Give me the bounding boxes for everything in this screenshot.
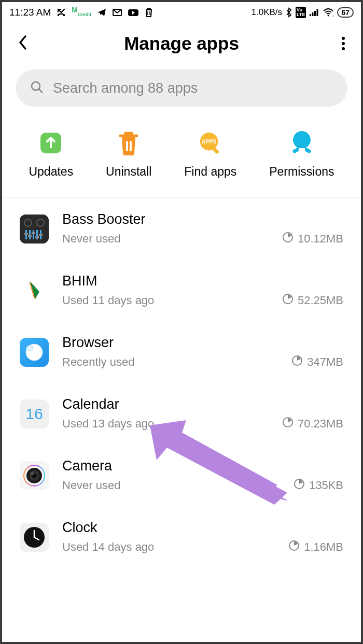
app-row-clock[interactable]: Clock Used 14 days ago 1.16MB <box>12 506 351 560</box>
app-usage: Recently used <box>62 355 134 369</box>
svg-point-10 <box>342 47 345 50</box>
svg-rect-29 <box>28 235 32 237</box>
svg-rect-19 <box>299 148 305 153</box>
app-size: 1.16MB <box>304 540 343 554</box>
uninstall-label: Uninstall <box>106 165 151 179</box>
permissions-icon <box>289 131 314 155</box>
camera-icon <box>20 461 49 490</box>
svg-rect-25 <box>33 230 34 239</box>
svg-point-44 <box>31 472 34 475</box>
app-row-browser[interactable]: Browser Recently used 347MB <box>12 321 351 383</box>
storage-icon <box>291 355 303 369</box>
svg-text:¡: ¡ <box>332 13 333 17</box>
more-button[interactable] <box>330 36 345 51</box>
bass-booster-icon <box>20 214 49 244</box>
page-title: Manage apps <box>33 33 330 54</box>
app-row-camera[interactable]: Camera Never used 135KB <box>12 445 351 506</box>
storage-icon <box>282 417 294 431</box>
volte-icon: VoLTE <box>296 7 306 18</box>
app-size: 10.12MB <box>298 232 343 246</box>
wifi-icon: ¡ <box>323 8 334 17</box>
telegram-icon <box>96 7 107 18</box>
storage-icon <box>282 293 294 308</box>
svg-rect-13 <box>126 141 128 151</box>
updates-icon <box>38 131 63 155</box>
status-network-speed: 1.0KB/s <box>252 7 283 18</box>
app-usage: Used 11 days ago <box>62 294 154 307</box>
calendar-icon: 16 <box>20 399 49 428</box>
app-size: 70.23MB <box>298 417 343 431</box>
status-bar: 11:23 AM MCredit 1.0KB/s VoLTE ¡ 67 <box>2 2 361 21</box>
bhim-icon <box>20 276 49 305</box>
svg-point-18 <box>293 131 311 149</box>
app-row-calendar[interactable]: 16 Calendar Used 13 days ago 70.23MB <box>12 383 351 445</box>
back-button[interactable] <box>18 34 33 53</box>
app-size: 135KB <box>309 479 343 492</box>
app-size: 347MB <box>307 355 343 369</box>
find-apps-label: Find apps <box>184 165 236 179</box>
svg-text:APPS: APPS <box>202 138 217 145</box>
app-name: Bass Booster <box>62 211 343 227</box>
storage-icon <box>282 232 294 246</box>
svg-rect-24 <box>29 230 31 239</box>
app-name: Camera <box>62 458 343 474</box>
missed-call-icon <box>56 7 66 18</box>
uninstall-icon <box>116 131 141 155</box>
app-row-bass-booster[interactable]: Bass Booster Never used 10.12MB <box>12 198 351 260</box>
app-name: BHIM <box>62 273 343 289</box>
app-list[interactable]: Bass Booster Never used 10.12MB BHIM Use… <box>2 198 361 560</box>
signal-icon <box>309 8 319 17</box>
svg-rect-14 <box>130 141 132 151</box>
browser-icon <box>20 338 49 367</box>
search-input[interactable]: Search among 88 apps <box>16 69 347 107</box>
svg-rect-30 <box>32 232 35 234</box>
storage-icon <box>288 540 300 554</box>
svg-rect-5 <box>317 9 318 16</box>
svg-rect-28 <box>24 233 28 235</box>
svg-rect-3 <box>312 12 314 16</box>
svg-rect-32 <box>39 234 43 236</box>
app-usage: Never used <box>62 232 121 246</box>
actions-row: Updates Uninstall APPS Find apps Permiss… <box>2 121 361 198</box>
app-bar: Manage apps <box>2 21 361 64</box>
bluetooth-icon <box>285 7 292 18</box>
app-usage: Used 13 days ago <box>62 417 154 431</box>
permissions-label: Permissions <box>269 165 334 179</box>
status-time: 11:23 AM <box>9 7 51 18</box>
app-usage: Used 14 days ago <box>62 540 154 554</box>
find-apps-icon: APPS <box>198 131 223 155</box>
uninstall-button[interactable]: Uninstall <box>106 131 151 179</box>
svg-point-9 <box>342 42 345 45</box>
svg-point-6 <box>328 15 329 17</box>
app-row-bhim[interactable]: BHIM Used 11 days ago 52.25MB <box>12 260 351 321</box>
search-icon <box>30 80 44 96</box>
svg-rect-31 <box>35 236 39 238</box>
updates-label: Updates <box>29 165 73 179</box>
trash-icon <box>144 7 153 18</box>
svg-rect-4 <box>314 11 316 16</box>
svg-point-8 <box>342 37 345 40</box>
app-name: Browser <box>62 335 343 351</box>
gmail-icon <box>112 7 122 18</box>
permissions-button[interactable]: Permissions <box>269 131 334 179</box>
youtube-icon <box>128 7 139 18</box>
storage-icon <box>294 478 305 493</box>
app-name: Clock <box>62 520 343 536</box>
svg-rect-2 <box>310 14 311 16</box>
search-placeholder: Search among 88 apps <box>53 80 198 96</box>
app-usage: Never used <box>62 479 121 492</box>
find-apps-button[interactable]: APPS Find apps <box>184 131 236 179</box>
updates-button[interactable]: Updates <box>29 131 73 179</box>
battery-icon: 67 <box>337 7 354 18</box>
clock-icon <box>20 523 49 552</box>
app-name: Calendar <box>62 396 343 412</box>
app-size: 52.25MB <box>298 294 343 307</box>
mi-credit-icon: MCredit <box>72 8 91 17</box>
